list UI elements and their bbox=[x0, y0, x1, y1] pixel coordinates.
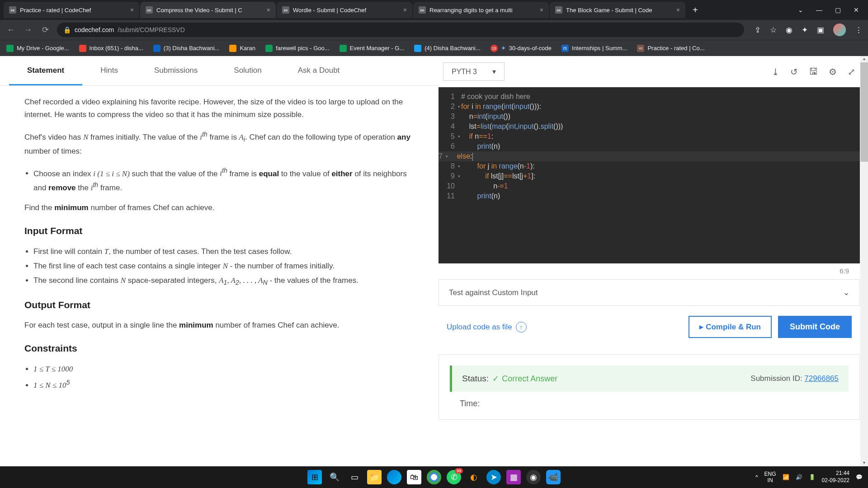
close-icon[interactable]: × bbox=[130, 6, 134, 14]
whatsapp-icon[interactable]: ✆99 bbox=[447, 470, 461, 484]
close-icon[interactable]: × bbox=[267, 6, 270, 14]
input-list: First line will contain T, the number of… bbox=[24, 245, 417, 288]
bookmark-icon bbox=[229, 45, 236, 52]
clock[interactable]: 21:4402-09-2022 bbox=[822, 470, 849, 484]
problem-list: Choose an index i (1 ≤ i ≤ N) such that … bbox=[24, 166, 417, 194]
back-icon[interactable]: ← bbox=[5, 25, 16, 35]
edge-icon[interactable] bbox=[387, 470, 401, 484]
tab-doubt[interactable]: Ask a Doubt bbox=[280, 56, 358, 85]
sidepanel-icon[interactable]: ▣ bbox=[817, 25, 824, 35]
bookmark-label: (4) Disha Bachwani... bbox=[425, 45, 481, 52]
bookmark-label: 30-days-of-code bbox=[509, 45, 552, 52]
language-indicator[interactable]: ENGIN bbox=[764, 471, 776, 484]
language-label: PYTH 3 bbox=[452, 68, 477, 76]
bookmark-item[interactable]: 15✶ 30-days-of-code bbox=[491, 45, 552, 52]
battery-icon[interactable]: 🔋 bbox=[809, 474, 816, 480]
notifications-icon[interactable]: 💬 bbox=[856, 474, 863, 480]
browser-tab-active[interactable]: ccCompress the Video - Submit | C× bbox=[140, 2, 276, 18]
menu-icon[interactable]: ⋮ bbox=[855, 25, 863, 35]
tab-submissions[interactable]: Submissions bbox=[136, 56, 216, 85]
close-icon[interactable]: × bbox=[676, 6, 680, 14]
browser-tab[interactable]: ccPractice - rated | CodeChef× bbox=[4, 2, 139, 18]
drive-icon bbox=[340, 45, 347, 52]
heading-input: Input Format bbox=[24, 223, 417, 239]
list-item: 1 ≤ N ≤ 105 bbox=[33, 377, 417, 392]
compile-run-button[interactable]: ▸ Compile & Run bbox=[689, 316, 772, 338]
app-icon[interactable]: ▦ bbox=[506, 470, 521, 484]
reset-icon[interactable]: ↺ bbox=[790, 66, 798, 77]
download-icon[interactable]: ⤓ bbox=[772, 66, 779, 77]
language-select[interactable]: PYTH 3 ▾ bbox=[443, 62, 505, 81]
submit-code-button[interactable]: Submit Code bbox=[778, 316, 852, 338]
cc-icon: cc bbox=[637, 45, 644, 52]
app-icon[interactable]: ◉ bbox=[526, 470, 541, 484]
bookmark-item[interactable]: ISInternships | Summ... bbox=[561, 45, 627, 52]
explorer-icon[interactable]: 📁 bbox=[367, 470, 382, 484]
bookmark-item[interactable]: Inbox (651) - disha... bbox=[79, 45, 143, 52]
close-window-icon[interactable]: ✕ bbox=[854, 6, 859, 14]
star-icon[interactable]: ☆ bbox=[770, 25, 777, 35]
app-icon[interactable]: ◐ bbox=[467, 470, 481, 484]
close-icon[interactable]: × bbox=[540, 6, 543, 14]
telegram-icon[interactable]: ➤ bbox=[486, 470, 501, 484]
upload-icon: ↑ bbox=[516, 322, 527, 333]
submission-link[interactable]: 72966865 bbox=[804, 374, 839, 383]
reload-icon[interactable]: ⟳ bbox=[40, 25, 51, 35]
maximize-icon[interactable]: ▢ bbox=[835, 6, 841, 14]
url-field[interactable]: 🔒 codechef.com/submit/COMPRESSVD bbox=[57, 23, 744, 37]
browser-tab[interactable]: ccWordle - Submit | CodeChef× bbox=[277, 2, 412, 18]
lock-icon: 🔒 bbox=[63, 26, 71, 33]
forward-icon[interactable]: → bbox=[23, 25, 33, 35]
window-controls: ⌄ — ▢ ✕ bbox=[798, 6, 868, 14]
browser-tab[interactable]: ccThe Block Game - Submit | Code× bbox=[550, 2, 685, 18]
toolbar-right: ⇪ ☆ ◉ ✦ ▣ ⋮ bbox=[755, 23, 863, 36]
bookmark-item[interactable]: farewell pics - Goo... bbox=[265, 45, 330, 52]
settings-icon[interactable]: ⚙ bbox=[829, 66, 837, 77]
list-item: 1 ≤ T ≤ 1000 bbox=[33, 363, 417, 375]
bookmark-item[interactable]: Event Manager - G... bbox=[340, 45, 405, 52]
volume-icon[interactable]: 🔊 bbox=[796, 474, 802, 480]
new-tab-button[interactable]: + bbox=[686, 5, 704, 15]
problem-para: Chef's video has N frames initially. The… bbox=[24, 129, 417, 157]
bookmark-item[interactable]: (3) Disha Bachwani... bbox=[153, 45, 220, 52]
camera-icon[interactable]: ◉ bbox=[786, 25, 793, 35]
custom-input-toggle[interactable]: Test against Custom Input ⌄ bbox=[439, 279, 860, 306]
profile-avatar[interactable] bbox=[833, 23, 846, 36]
code-editor[interactable]: 1# cook your dish here 2▾for i in range(… bbox=[439, 87, 860, 263]
close-icon[interactable]: × bbox=[403, 6, 407, 14]
windows-taskbar: ⊞ 🔍 ▭ 📁 🛍 ✆99 ◐ ➤ ▦ ◉ 📹 ^ ENGIN 📶 🔊 🔋 21… bbox=[0, 466, 868, 488]
bookmark-item[interactable]: (4) Disha Bachwani... bbox=[414, 45, 481, 52]
browser-tab[interactable]: ccRearranging digits to get a multi× bbox=[413, 2, 549, 18]
search-icon[interactable]: 🔍 bbox=[327, 470, 342, 484]
extensions-icon[interactable]: ✦ bbox=[802, 25, 808, 35]
minimize-icon[interactable]: — bbox=[816, 6, 822, 14]
start-icon[interactable]: ⊞ bbox=[307, 470, 322, 484]
problem-para: Find the minimum number of frames Chef c… bbox=[24, 202, 417, 214]
tab-title: The Block Game - Submit | Code bbox=[566, 7, 673, 14]
problem-body[interactable]: Chef recorded a video explaining his fav… bbox=[0, 86, 439, 404]
badge-icon: 15 bbox=[491, 45, 498, 52]
upload-link[interactable]: Upload code as file ↑ bbox=[447, 322, 527, 333]
chevron-up-icon[interactable]: ^ bbox=[755, 474, 758, 480]
app-icon[interactable]: 📹 bbox=[546, 470, 561, 484]
chevron-down-icon[interactable]: ⌄ bbox=[798, 6, 803, 14]
scroll-up-icon[interactable]: ▴ bbox=[860, 56, 868, 62]
scroll-down-icon[interactable]: ▾ bbox=[860, 460, 868, 466]
tab-hints[interactable]: Hints bbox=[82, 56, 136, 85]
tab-statement[interactable]: Statement bbox=[9, 56, 82, 85]
chrome-icon[interactable] bbox=[427, 470, 441, 484]
expand-icon[interactable]: ⤢ bbox=[848, 66, 855, 77]
save-icon[interactable]: 🖫 bbox=[809, 66, 818, 77]
share-icon[interactable]: ⇪ bbox=[755, 25, 761, 35]
scroll-thumb[interactable] bbox=[860, 62, 868, 162]
tab-solution[interactable]: Solution bbox=[216, 56, 279, 85]
bookmark-item[interactable]: Karan bbox=[229, 45, 255, 52]
browser-chrome: ccPractice - rated | CodeChef× ccCompres… bbox=[0, 0, 868, 56]
address-bar: ← → ⟳ 🔒 codechef.com/submit/COMPRESSVD ⇪… bbox=[0, 20, 868, 40]
bookmark-item[interactable]: ccPractice - rated | Co... bbox=[637, 45, 704, 52]
bookmark-item[interactable]: My Drive - Google... bbox=[6, 45, 69, 52]
store-icon[interactable]: 🛍 bbox=[407, 470, 421, 484]
taskview-icon[interactable]: ▭ bbox=[347, 470, 362, 484]
wifi-icon[interactable]: 📶 bbox=[783, 474, 789, 480]
page-scrollbar[interactable]: ▴ ▾ bbox=[860, 56, 868, 466]
